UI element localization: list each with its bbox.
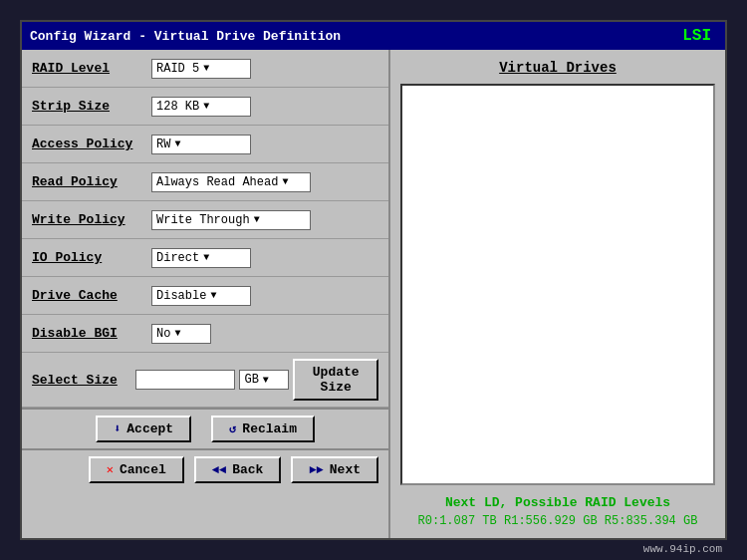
write-policy-arrow-icon: ▼ [254,214,260,225]
io-policy-label: IO Policy [32,250,151,265]
drive-cache-control: Disable ▼ [151,286,251,306]
write-policy-dropdown[interactable]: Write Through ▼ [151,210,311,230]
io-policy-value: Direct [156,251,199,265]
raid-info-title: Next LD, Possible RAID Levels [400,495,715,510]
access-policy-label: Access Policy [32,137,151,151]
raid-level-value: RAID 5 [156,62,199,76]
raid-level-arrow-icon: ▼ [203,63,209,74]
read-policy-control: Always Read Ahead ▼ [151,172,311,192]
back-label: Back [232,462,263,477]
write-policy-row: Write Policy Write Through ▼ [22,201,388,239]
nav-bar: ✕ Cancel ◄◄ Back ►► Next [22,448,388,489]
reclaim-icon: ↺ [229,421,236,436]
strip-size-control: 128 KB ▼ [151,97,251,117]
drive-cache-row: Drive Cache Disable ▼ [22,277,388,315]
raid-info: Next LD, Possible RAID Levels R0:1.087 T… [400,495,715,528]
right-panel: Virtual Drives Next LD, Possible RAID Le… [390,50,725,538]
read-policy-row: Read Policy Always Read Ahead ▼ [22,163,388,201]
lsi-logo: LSI [676,25,717,47]
access-policy-row: Access Policy RW ▼ [22,126,388,163]
accept-button[interactable]: ⬇ Accept [96,416,191,442]
reclaim-button[interactable]: ↺ Reclaim [211,416,315,442]
watermark: www.94ip.com [643,543,722,555]
title-bar: Config Wizard - Virtual Drive Definition… [22,22,725,50]
next-icon: ►► [309,463,323,477]
raid-level-row: RAID Level RAID 5 ▼ [22,50,388,88]
virtual-drives-box [400,84,715,485]
cancel-button[interactable]: ✕ Cancel [89,456,184,483]
cancel-icon: ✕ [107,462,114,477]
access-policy-dropdown[interactable]: RW ▼ [151,135,251,154]
disable-bgi-label: Disable BGI [32,326,151,341]
main-screen: Config Wizard - Virtual Drive Definition… [20,20,727,540]
raid-level-label: RAID Level [32,61,151,76]
update-size-label: Update Size [311,365,361,395]
read-policy-value: Always Read Ahead [156,175,278,189]
back-icon: ◄◄ [212,463,226,477]
back-button[interactable]: ◄◄ Back [194,456,282,483]
select-size-input[interactable] [135,370,235,390]
size-unit-arrow-icon: ▼ [263,375,269,386]
strip-size-arrow-icon: ▼ [203,101,209,112]
left-panel: RAID Level RAID 5 ▼ Strip Size 128 KB ▼ [22,50,390,538]
drive-cache-dropdown[interactable]: Disable ▼ [151,286,251,306]
raid-level-dropdown[interactable]: RAID 5 ▼ [151,59,251,79]
select-size-label: Select Size [32,373,135,388]
main-content: RAID Level RAID 5 ▼ Strip Size 128 KB ▼ [22,50,725,538]
access-policy-arrow-icon: ▼ [174,139,180,149]
size-unit-value: GB [244,373,258,387]
reclaim-label: Reclaim [242,421,297,436]
strip-size-row: Strip Size 128 KB ▼ [22,88,388,126]
drive-cache-value: Disable [156,289,206,303]
read-policy-dropdown[interactable]: Always Read Ahead ▼ [151,172,311,192]
cancel-label: Cancel [120,462,166,477]
select-size-control: GB ▼ Update Size [135,359,378,401]
strip-size-dropdown[interactable]: 128 KB ▼ [151,97,251,117]
accept-icon: ⬇ [114,421,121,436]
read-policy-label: Read Policy [32,174,151,189]
next-button[interactable]: ►► Next [291,456,378,483]
read-policy-arrow-icon: ▼ [282,176,288,187]
virtual-drives-title: Virtual Drives [400,60,715,76]
write-policy-label: Write Policy [32,212,151,227]
disable-bgi-value: No [156,327,170,341]
io-policy-dropdown[interactable]: Direct ▼ [151,248,251,268]
accept-reclaim-bar: ⬇ Accept ↺ Reclaim [22,408,388,448]
io-policy-row: IO Policy Direct ▼ [22,239,388,277]
drive-cache-arrow-icon: ▼ [210,290,216,301]
raid-info-data: R0:1.087 TB R1:556.929 GB R5:835.394 GB [400,514,715,528]
access-policy-control: RW ▼ [151,135,251,154]
write-policy-value: Write Through [156,213,250,227]
size-unit-dropdown[interactable]: GB ▼ [239,370,289,390]
drive-cache-label: Drive Cache [32,288,151,303]
update-size-button[interactable]: Update Size [293,359,378,401]
io-policy-control: Direct ▼ [151,248,251,268]
write-policy-control: Write Through ▼ [151,210,311,230]
raid-level-control: RAID 5 ▼ [151,59,251,79]
disable-bgi-dropdown[interactable]: No ▼ [151,324,211,344]
select-size-row: Select Size GB ▼ Update Size [22,353,388,408]
access-policy-value: RW [156,138,170,151]
strip-size-label: Strip Size [32,99,151,114]
next-label: Next [330,462,361,477]
disable-bgi-arrow-icon: ▼ [174,328,180,339]
accept-label: Accept [126,421,173,436]
window-title: Config Wizard - Virtual Drive Definition [30,29,341,44]
strip-size-value: 128 KB [156,100,199,114]
io-policy-arrow-icon: ▼ [203,252,209,263]
disable-bgi-row: Disable BGI No ▼ [22,315,388,353]
disable-bgi-control: No ▼ [151,324,211,344]
